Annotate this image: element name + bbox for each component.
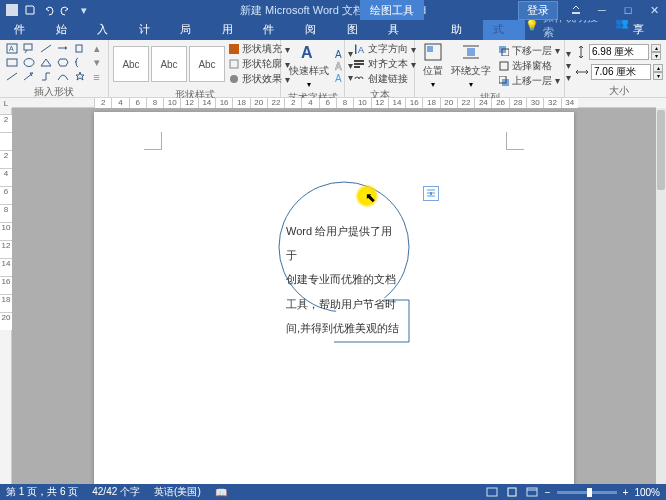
height-down[interactable]: ▾ (651, 52, 661, 60)
document-canvas[interactable]: Word 给用户提供了用于 创建专业而优雅的文档 工具，帮助用户节省时 间,并得… (12, 108, 656, 484)
svg-text:A: A (335, 61, 342, 71)
group-size: 大小 (565, 84, 666, 98)
ribbon-tabs: 文件 开始 插入 设计 布局 引用 邮件 审阅 视图 开发工具 帮助 格式 💡 … (0, 20, 666, 40)
qat-more-icon[interactable]: ▾ (78, 4, 90, 16)
width-up[interactable]: ▴ (653, 64, 663, 72)
minimize-icon[interactable]: ─ (590, 0, 614, 20)
status-proofing-icon[interactable]: 📖 (215, 487, 227, 498)
svg-point-8 (24, 59, 34, 67)
shape-style-gallery[interactable]: Abc Abc Abc (113, 46, 225, 82)
view-web-icon[interactable] (525, 486, 539, 498)
status-language[interactable]: 英语(美国) (154, 485, 201, 499)
zoom-level[interactable]: 100% (634, 487, 660, 498)
svg-text:A: A (9, 45, 14, 52)
position-button[interactable]: 位置▾ (419, 42, 447, 89)
svg-rect-21 (354, 60, 364, 62)
svg-text:A: A (335, 49, 342, 59)
width-input[interactable]: 7.06 厘米 ▴▾ (575, 64, 663, 80)
shape-hex-icon[interactable] (55, 56, 70, 69)
shape-textbox-icon[interactable]: A (4, 42, 19, 55)
gallery-down-icon[interactable]: ▾ (89, 56, 104, 69)
ribbon: A (0, 40, 666, 98)
svg-rect-23 (354, 66, 360, 68)
svg-text:┃A: ┃A (353, 44, 364, 54)
vertical-ruler[interactable]: 22468101214161820 (0, 108, 12, 484)
shape-callout-icon[interactable] (21, 42, 36, 55)
svg-text:A: A (335, 73, 342, 83)
close-icon[interactable]: ✕ (642, 0, 666, 20)
shape-triangle-icon[interactable] (38, 56, 53, 69)
title-bar: ▾ 新建 Microsoft Word 文档.docx - Word 绘图工具 … (0, 0, 666, 20)
svg-line-10 (41, 45, 51, 52)
shape-brace-icon[interactable] (72, 56, 87, 69)
shape-text-content[interactable]: Word 给用户提供了用于 创建专业而优雅的文档 工具，帮助用户节省时 间,并得… (286, 219, 402, 340)
horizontal-ruler[interactable]: 2468101214161820222468101214161820222426… (12, 98, 656, 108)
svg-rect-13 (229, 44, 239, 54)
shape-curve-icon[interactable] (55, 70, 70, 83)
svg-line-9 (24, 73, 33, 80)
shape-oval-icon[interactable] (21, 56, 36, 69)
status-words[interactable]: 42/42 个字 (92, 485, 140, 499)
create-link-button[interactable]: 创建链接 (353, 72, 416, 86)
shape-rect-icon[interactable] (4, 56, 19, 69)
save-icon[interactable] (24, 4, 36, 16)
contextual-tool-label: 绘图工具 (360, 0, 424, 20)
shape-line2-icon[interactable] (38, 42, 53, 55)
height-input[interactable]: 6.98 厘米 ▴▾ (575, 44, 663, 60)
page[interactable]: Word 给用户提供了用于 创建专业而优雅的文档 工具，帮助用户节省时 间,并得… (94, 112, 574, 484)
style-preset-1[interactable]: Abc (113, 46, 149, 82)
width-field[interactable]: 7.06 厘米 (591, 64, 651, 80)
style-preset-2[interactable]: Abc (151, 46, 187, 82)
shape-arrow2-icon[interactable] (55, 42, 70, 55)
align-text-button[interactable]: 对齐文本 ▾ (353, 57, 416, 71)
style-preset-3[interactable]: Abc (189, 46, 225, 82)
redo-icon[interactable] (60, 4, 72, 16)
svg-rect-6 (24, 44, 32, 50)
login-button[interactable]: 登录 (518, 1, 558, 20)
quick-styles-button[interactable]: A 快速样式▾ (285, 42, 333, 89)
scrollbar-thumb[interactable] (657, 110, 665, 190)
selection-pane-button[interactable]: 选择窗格 (499, 59, 560, 73)
svg-text:A: A (301, 44, 313, 61)
svg-rect-25 (427, 46, 433, 52)
zoom-out-button[interactable]: − (545, 487, 551, 498)
shape-elbow-icon[interactable] (38, 70, 53, 83)
svg-rect-37 (430, 192, 432, 195)
width-down[interactable]: ▾ (653, 72, 663, 80)
svg-rect-26 (467, 48, 475, 56)
height-up[interactable]: ▴ (651, 44, 661, 52)
gallery-more-icon[interactable]: ≡ (89, 70, 104, 83)
margin-mark-tr (506, 132, 524, 150)
maximize-icon[interactable]: □ (616, 0, 640, 20)
height-field[interactable]: 6.98 厘米 (589, 44, 649, 60)
view-print-icon[interactable] (505, 486, 519, 498)
svg-rect-1 (572, 12, 580, 14)
svg-rect-22 (354, 63, 364, 65)
status-bar: 第 1 页，共 6 页 42/42 个字 英语(美国) 📖 − + 100% (0, 484, 666, 500)
zoom-slider[interactable] (557, 491, 617, 494)
zoom-in-button[interactable]: + (623, 487, 629, 498)
ribbon-options-icon[interactable] (564, 0, 588, 20)
bring-forward-button[interactable]: 下移一层 ▾ (499, 44, 560, 58)
shapes-gallery[interactable]: A (4, 42, 104, 83)
group-insert-shapes: 插入形状 (0, 85, 108, 99)
text-direction-button[interactable]: ┃A文字方向 ▾ (353, 42, 416, 56)
wrap-text-button[interactable]: 环绕文字▾ (447, 42, 495, 89)
margin-mark-tl (144, 132, 162, 150)
svg-rect-0 (6, 4, 18, 16)
view-read-icon[interactable] (485, 486, 499, 498)
gallery-up-icon[interactable]: ▴ (89, 42, 104, 55)
svg-rect-31 (500, 62, 508, 70)
svg-rect-39 (508, 488, 516, 496)
undo-icon[interactable] (42, 4, 54, 16)
vertical-scrollbar[interactable] (656, 108, 666, 484)
shape-star-icon[interactable] (72, 70, 87, 83)
word-icon (6, 4, 18, 16)
callout-shape[interactable]: Word 给用户提供了用于 创建专业而优雅的文档 工具，帮助用户节省时 间,并得… (274, 177, 414, 347)
shape-line-icon[interactable] (4, 70, 19, 83)
send-backward-button[interactable]: 上移一层 ▾ (499, 74, 560, 88)
shape-rect2-icon[interactable] (72, 42, 87, 55)
layout-options-button[interactable] (423, 186, 439, 201)
status-page[interactable]: 第 1 页，共 6 页 (6, 485, 78, 499)
shape-arrow-icon[interactable] (21, 70, 36, 83)
